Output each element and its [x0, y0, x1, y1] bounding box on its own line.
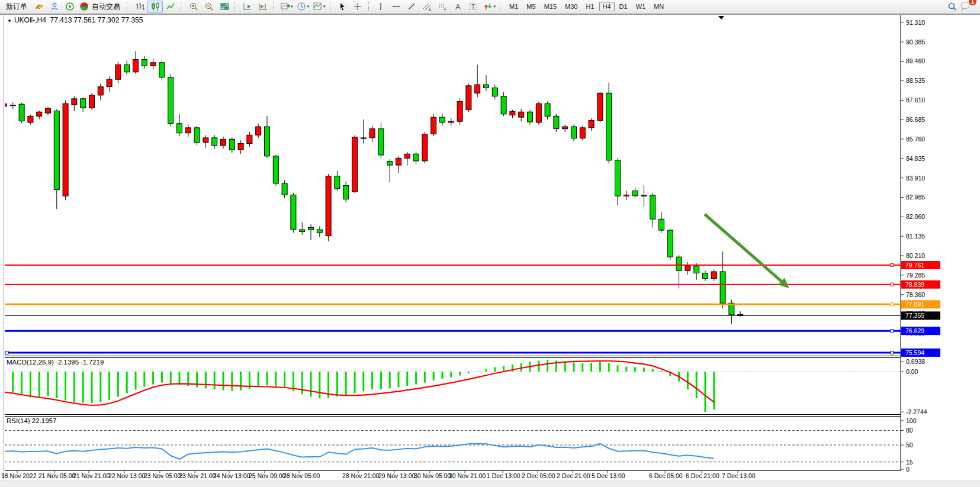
zoom-in-icon[interactable] — [186, 1, 201, 13]
timeframe-button-m30[interactable]: M30 — [561, 2, 581, 11]
price-line-label-text: 77.891 — [905, 301, 924, 308]
time-label: 25 Nov 09:00 — [249, 472, 286, 479]
market-watch-icon — [34, 2, 44, 11]
line-handle[interactable] — [891, 283, 894, 286]
timeframe-button-h1[interactable]: H1 — [582, 2, 597, 11]
macd-scale-label: -2.2744 — [906, 408, 927, 415]
candle — [142, 56, 147, 69]
price-line-label-text: 76.629 — [905, 327, 924, 334]
candle — [37, 111, 42, 120]
candle — [457, 98, 462, 124]
auto-scroll-icon[interactable] — [240, 1, 255, 13]
candlestick-series — [2, 51, 743, 324]
dropdown-caret-icon: ▾ — [307, 4, 310, 9]
new-order-button[interactable]: 新订单 — [2, 1, 31, 13]
price-line[interactable]: 75.594 — [5, 349, 940, 357]
crosshair-icon[interactable] — [351, 1, 366, 13]
price-tick-label: 87.610 — [906, 96, 925, 104]
candle — [659, 212, 664, 233]
search-button[interactable] — [944, 1, 960, 13]
price-line[interactable]: 76.629 — [5, 327, 940, 335]
candle — [650, 193, 656, 228]
zoom-out-icon[interactable] — [201, 1, 217, 13]
timeframe-button-w1[interactable]: W1 — [632, 2, 650, 11]
price-line[interactable]: 77.891 — [5, 300, 940, 308]
rsi-indicator-label: RSI(14) 22.1957 — [7, 417, 56, 424]
channel-icon[interactable]: E — [420, 1, 435, 13]
rsi-panel — [4, 430, 901, 462]
timeframe-button-h4[interactable]: H4 — [599, 2, 615, 11]
candle — [221, 137, 226, 149]
fibonacci-icon[interactable]: F — [435, 1, 451, 13]
candle — [676, 255, 682, 289]
candle — [133, 51, 139, 74]
trendline-icon — [407, 2, 417, 11]
period-icon[interactable]: ▾ — [295, 1, 311, 13]
line-handle[interactable] — [5, 351, 8, 354]
timeframe-button-d1[interactable]: D1 — [616, 2, 631, 11]
candle — [10, 102, 15, 109]
price-line[interactable]: 78.839 — [5, 280, 940, 289]
vertical-line-icon[interactable] — [374, 1, 389, 13]
arrows-icon[interactable]: ▾ — [481, 1, 498, 13]
candle — [738, 311, 743, 317]
chat-button[interactable]: 1 — [960, 1, 972, 13]
candlestick-chart-icon[interactable] — [147, 1, 163, 13]
zoom-in-icon — [189, 2, 199, 11]
candle — [326, 174, 331, 241]
timeframe-button-m5[interactable]: M5 — [523, 2, 539, 11]
timeframe-button-mn[interactable]: MN — [650, 2, 667, 11]
indicators-icon[interactable]: ▾ — [311, 1, 327, 13]
indicators-icon — [313, 2, 323, 11]
time-label: 22 Nov 13:00 — [108, 472, 146, 479]
candle — [396, 156, 401, 173]
auto-scroll-icon — [243, 2, 253, 11]
macd-panel — [4, 360, 901, 412]
autotrade-icon — [79, 2, 89, 11]
price-tick-label: 78.360 — [906, 291, 925, 298]
svg-text:T: T — [471, 4, 475, 10]
cursor-icon[interactable] — [335, 1, 351, 13]
timeframe-button-m1[interactable]: M1 — [506, 2, 522, 11]
line-handle[interactable] — [891, 263, 894, 266]
text-icon[interactable]: A — [451, 1, 466, 13]
new-chart-icon[interactable]: ▾ — [278, 1, 295, 13]
line-handle[interactable] — [891, 330, 894, 333]
candle — [282, 180, 287, 198]
chart-title: ▼UKOil-,H4 77.413 77.561 77.302 77.355 — [7, 16, 143, 24]
price-line[interactable]: 79.761 — [5, 261, 940, 269]
candle — [238, 140, 243, 154]
line-handle[interactable] — [891, 351, 894, 354]
market-watch-icon[interactable] — [31, 1, 47, 13]
candle — [115, 62, 121, 83]
line-handle[interactable] — [891, 303, 894, 306]
chart-shift-marker-icon[interactable] — [718, 16, 724, 20]
dropdown-caret-icon: ▾ — [323, 4, 326, 9]
toolbar-separator — [500, 2, 503, 11]
candle — [694, 263, 699, 280]
data-window-icon[interactable] — [47, 1, 62, 13]
data-window-icon — [50, 2, 60, 11]
candle — [528, 110, 533, 125]
autotrade-button[interactable]: 自动交易 — [78, 1, 124, 13]
symbol-dropdown-icon[interactable]: ▼ — [7, 18, 12, 24]
trendline-icon[interactable] — [404, 1, 420, 13]
connection-icon[interactable] — [62, 1, 78, 13]
horizontal-line-icon — [391, 2, 401, 11]
chart-canvas: 91.31090.38589.46088.53587.61086.68585.7… — [0, 0, 980, 487]
bar-chart-icon[interactable] — [132, 1, 147, 13]
tile-windows-icon[interactable] — [217, 1, 232, 13]
chart-shift-icon[interactable] — [255, 1, 271, 13]
line-chart-icon[interactable] — [163, 1, 178, 13]
time-label: 30 Nov 05:00 — [414, 472, 451, 479]
price-tick-label: 83.910 — [906, 175, 925, 182]
candle — [194, 125, 200, 146]
toolbar-separator — [368, 2, 372, 11]
timeframe-button-m15[interactable]: M15 — [541, 2, 560, 11]
horizontal-line-icon[interactable] — [389, 1, 404, 13]
text-label-icon[interactable]: T — [466, 1, 481, 13]
chart-symbol: UKOil-,H4 — [14, 16, 46, 24]
period-icon — [297, 2, 307, 11]
candle — [448, 118, 454, 125]
trend-arrow-annotation[interactable] — [705, 214, 789, 288]
